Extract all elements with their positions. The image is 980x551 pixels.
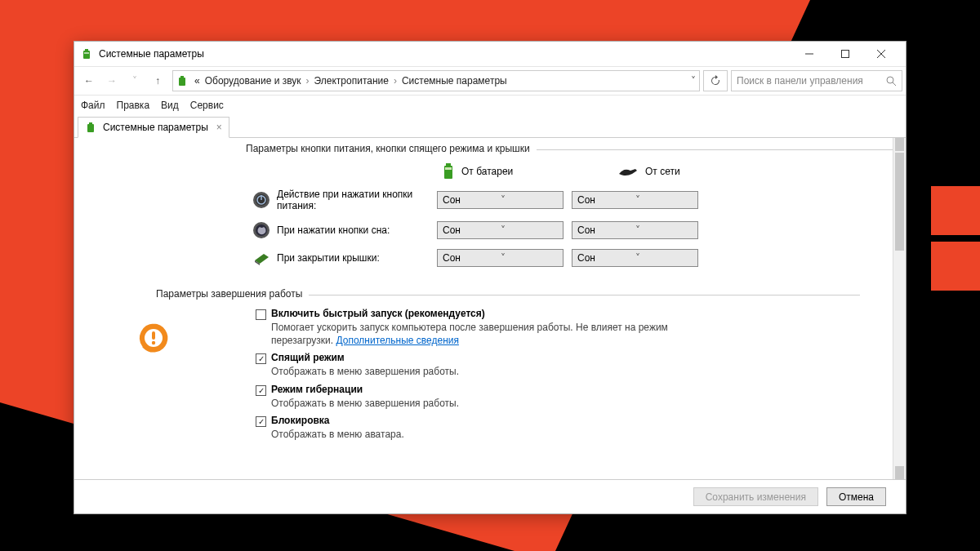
chevron-down-icon[interactable]: ˅	[691, 75, 696, 87]
select-sleep-ac[interactable]: Сон˅	[572, 221, 698, 239]
menu-edit[interactable]: Правка	[117, 100, 150, 111]
close-icon[interactable]: ×	[216, 122, 222, 133]
refresh-button[interactable]	[703, 70, 728, 91]
breadcrumb-item[interactable]: Оборудование и звук	[205, 75, 301, 87]
search-icon	[886, 76, 897, 87]
maximize-button[interactable]	[827, 42, 863, 65]
save-button[interactable]: Сохранить изменения	[693, 487, 818, 506]
section-title: Параметры кнопки питания, кнопки спящего…	[246, 143, 530, 154]
chevron-down-icon: ˅	[635, 194, 693, 206]
cancel-button[interactable]: Отмена	[826, 487, 886, 506]
column-battery: От батареи	[442, 162, 568, 180]
breadcrumb-item[interactable]: Системные параметры	[402, 75, 507, 87]
svg-rect-8	[180, 76, 184, 78]
menu-service[interactable]: Сервис	[190, 100, 224, 111]
window-title: Системные параметры	[99, 48, 791, 60]
select-power-ac[interactable]: Сон˅	[572, 191, 698, 209]
select-lid-battery[interactable]: Сон˅	[437, 249, 564, 267]
search-placeholder: Поиск в панели управления	[737, 75, 886, 87]
column-ac: От сети	[617, 162, 744, 180]
menu-view[interactable]: Вид	[161, 100, 179, 111]
checkbox-hibernate[interactable]: Режим гибернации Отображать в меню завер…	[256, 384, 860, 410]
section-title: Параметры завершения работы	[156, 288, 302, 300]
checkbox-label: Блокировка	[271, 415, 330, 426]
svg-rect-23	[152, 331, 155, 340]
checkbox-icon	[256, 385, 266, 396]
svg-point-9	[887, 77, 893, 83]
battery-icon	[85, 121, 98, 134]
checkbox-icon	[256, 353, 266, 364]
svg-rect-14	[446, 163, 451, 167]
svg-rect-15	[445, 167, 452, 170]
chevron-right-icon: ›	[394, 75, 397, 87]
tab-system-params[interactable]: Системные параметры ×	[78, 117, 229, 138]
svg-rect-1	[85, 49, 88, 51]
up-button[interactable]: ↑	[146, 69, 169, 92]
svg-rect-12	[89, 122, 92, 125]
tabbar: Системные параметры ×	[74, 115, 906, 138]
checkbox-label: Спящий режим	[271, 352, 345, 363]
navbar: ← → ˅ ↑ « Оборудование и звук › Электроп…	[74, 66, 906, 96]
back-button[interactable]: ←	[78, 69, 100, 92]
checkbox-desc: Отображать в меню аватара.	[271, 428, 404, 441]
scroll-thumb[interactable]	[895, 153, 904, 251]
close-button[interactable]	[863, 42, 899, 65]
chevron-down-icon: ˅	[501, 224, 559, 236]
checkbox-desc: Отображать в меню завершения работы.	[271, 397, 459, 410]
menu-file[interactable]: Файл	[81, 100, 105, 111]
divider	[537, 149, 893, 150]
minimize-button[interactable]	[791, 42, 827, 65]
checkbox-sleep[interactable]: Спящий режим Отображать в меню завершени…	[256, 352, 860, 378]
svg-rect-7	[179, 78, 185, 86]
select-sleep-battery[interactable]: Сон˅	[437, 221, 564, 239]
breadcrumb-prefix: «	[194, 75, 200, 87]
scroll-down-icon[interactable]	[895, 466, 904, 479]
checkbox-desc: Отображать в меню завершения работы.	[271, 365, 459, 378]
svg-rect-0	[83, 51, 90, 59]
window: Системные параметры ← → ˅ ↑ « Оборудован…	[74, 41, 906, 514]
breadcrumb-item[interactable]: Электропитание	[314, 75, 389, 87]
row-label: При нажатии кнопки сна:	[277, 224, 437, 236]
more-info-link[interactable]: Дополнительные сведения	[336, 335, 458, 346]
chevron-down-icon: ˅	[501, 252, 559, 264]
recent-dropdown[interactable]: ˅	[123, 69, 146, 92]
divider	[309, 295, 860, 295]
checkbox-icon	[256, 309, 266, 320]
select-lid-ac[interactable]: Сон˅	[572, 249, 698, 267]
svg-rect-2	[84, 52, 89, 54]
battery-icon	[176, 74, 189, 87]
forward-button[interactable]: →	[100, 69, 123, 92]
menubar: Файл Правка Вид Сервис	[74, 96, 906, 115]
svg-rect-11	[87, 124, 94, 132]
checkbox-fast-startup[interactable]: Включить быстрый запуск (рекомендуется) …	[256, 308, 860, 347]
row-lid: При закрытии крышки: Сон˅ Сон˅	[246, 249, 893, 267]
svg-line-10	[893, 82, 896, 86]
search-input[interactable]: Поиск в панели управления	[731, 70, 902, 91]
address-bar[interactable]: « Оборудование и звук › Электропитание ›…	[172, 70, 700, 91]
titlebar: Системные параметры	[74, 42, 906, 66]
row-sleep-button: При нажатии кнопки сна: Сон˅ Сон˅	[246, 221, 893, 239]
content-pane: Параметры кнопки питания, кнопки спящего…	[74, 138, 893, 479]
scrollbar[interactable]	[893, 138, 906, 479]
row-label: При закрытии крышки:	[277, 252, 437, 264]
checkbox-label: Режим гибернации	[271, 384, 363, 395]
checkbox-label: Включить быстрый запуск (рекомендуется)	[271, 308, 485, 319]
checkbox-icon	[256, 416, 266, 427]
row-power-button: Действие при нажатии кнопки питания: Сон…	[246, 189, 893, 211]
scroll-up-icon[interactable]	[895, 138, 904, 151]
checkbox-desc: Помогает ускорить запуск компьютера посл…	[271, 321, 679, 347]
chevron-right-icon: ›	[306, 75, 310, 87]
chevron-down-icon: ˅	[501, 194, 559, 206]
plug-icon	[617, 166, 639, 177]
tab-label: Системные параметры	[103, 122, 208, 133]
chevron-down-icon: ˅	[635, 252, 693, 264]
battery-icon	[81, 47, 94, 60]
laptop-icon	[252, 249, 270, 267]
battery-icon	[442, 162, 455, 180]
select-power-battery[interactable]: Сон˅	[437, 191, 564, 209]
row-label: Действие при нажатии кнопки питания:	[277, 189, 437, 211]
chevron-down-icon: ˅	[635, 224, 693, 236]
power-icon	[252, 191, 270, 209]
svg-point-24	[152, 341, 155, 344]
checkbox-lock[interactable]: Блокировка Отображать в меню аватара.	[256, 415, 860, 441]
